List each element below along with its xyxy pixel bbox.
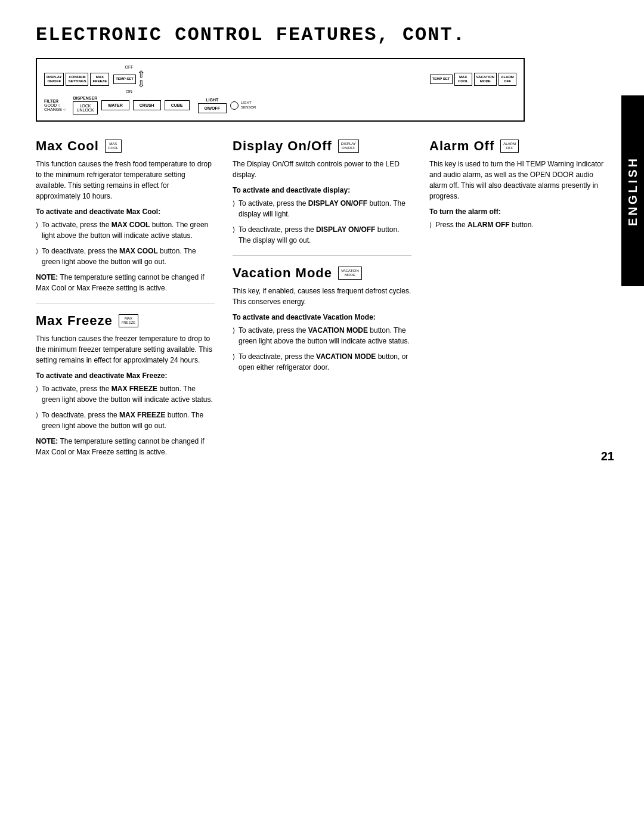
column-1: Max Cool MAXCOOL This function causes th… [36,138,215,457]
divider-1 [36,303,215,304]
bullet-arrow-7: ⟩ [233,326,235,336]
max-cool-bullet-2: ⟩ To deactivate, press the MAX COOL butt… [36,246,215,267]
panel-top-row: DISPLAYON/OFF CONFIRMSETTINGS MAXFREEZE … [44,65,516,94]
panel-bottom-row: FILTER GOOD ○ CHANGE ○ DISPENSER LOCKUNL… [44,96,516,114]
column-3: Alarm Off ALARMOFF This key is used to t… [429,138,608,457]
vacation-mode-body: This key, if enabled, causes less freque… [233,286,411,307]
panel-light-sensor: LIGHTSENSOR [230,101,256,109]
display-onoff-icon: DISPLAYON/OFF [338,140,359,153]
vacation-mode-section: Vacation Mode VACATIONMODE This key, if … [233,265,411,373]
control-panel-diagram: DISPLAYON/OFF CONFIRMSETTINGS MAXFREEZE … [36,58,525,122]
bullet-arrow-4: ⟩ [36,410,38,420]
alarm-off-activate-heading: To turn the alarm off: [429,208,608,216]
panel-temp-set-right-btn: TEMP SET [430,75,453,83]
display-onoff-activate-heading: To activate and deactivate display: [233,186,411,194]
display-onoff-bullet-2: ⟩ To deactivate, press the DISPLAY ON/OF… [233,224,411,246]
panel-water-btn: WATER [101,100,129,110]
display-onoff-header: Display On/Off DISPLAYON/OFF [233,138,411,154]
max-cool-note: NOTE: The temperature setting cannot be … [36,272,215,293]
display-onoff-section: Display On/Off DISPLAYON/OFF The Display… [233,138,411,246]
max-freeze-header: Max Freeze MAXFREEZE [36,313,215,329]
bullet-arrow-6: ⟩ [233,225,235,235]
max-cool-activate-heading: To activate and deactivate Max Cool: [36,208,215,216]
bullet-arrow-1: ⟩ [36,220,38,230]
main-content-grid: Max Cool MAXCOOL This function causes th… [36,138,608,457]
alarm-off-header: Alarm Off ALARMOFF [429,138,608,154]
panel-confirm-btn: CONFIRMSETTINGS [66,73,88,86]
display-onoff-bullet-2-text: To deactivate, press the DISPLAY ON/OFF … [239,224,411,246]
max-freeze-icon: MAXFREEZE [119,314,139,327]
alarm-off-title: Alarm Off [429,138,494,154]
vacation-mode-header: Vacation Mode VACATIONMODE [233,265,411,281]
vacation-mode-bullet-1-text: To activate, press the VACATION MODE but… [239,325,411,346]
max-cool-section: Max Cool MAXCOOL This function causes th… [36,138,215,293]
alarm-off-body: This key is used to turn the HI TEMP War… [429,159,608,202]
max-freeze-bullet-1: ⟩ To activate, press the MAX FREEZE butt… [36,383,215,405]
display-onoff-bullet-1-text: To activate, press the DISPLAY ON/OFF bu… [239,198,411,219]
max-freeze-note: NOTE: The temperature setting cannot be … [36,436,215,457]
bullet-arrow-8: ⟩ [233,352,235,362]
alarm-off-bullet-1-text: Press the ALARM OFF button. [435,219,608,230]
bullet-arrow-9: ⟩ [429,220,432,230]
column-2: Display On/Off DISPLAYON/OFF The Display… [233,138,411,457]
max-cool-body: This function causes the fresh food temp… [36,159,215,202]
panel-display-btn: DISPLAYON/OFF [44,73,64,86]
panel-vacation-mode-btn: VACATIONMODE [474,73,497,86]
max-cool-icon: MAXCOOL [105,140,122,153]
panel-light-onoff-btn: ON/OFF [198,103,227,113]
page-number: 21 [601,450,614,463]
vacation-mode-bullet-2: ⟩ To deactivate, press the VACATION MODE… [233,351,411,373]
max-freeze-bullet-2-text: To deactivate, press the MAX FREEZE butt… [42,410,215,431]
panel-light-group: LIGHT ON/OFF [198,98,227,113]
display-onoff-bullet-1: ⟩ To activate, press the DISPLAY ON/OFF … [233,198,411,219]
max-cool-bullet-2-text: To deactivate, press the MAX COOL button… [42,246,215,267]
max-freeze-bullet-2: ⟩ To deactivate, press the MAX FREEZE bu… [36,410,215,431]
side-label: ENGLISH [621,95,644,286]
display-onoff-title: Display On/Off [233,138,332,154]
panel-lock-btn: LOCKUNLOCK [73,101,98,114]
panel-alarm-off-btn: ALARMOFF [499,73,516,86]
vacation-mode-icon: VACATIONMODE [338,267,362,280]
bullet-arrow-5: ⟩ [233,199,235,209]
panel-crush-btn: CRUSH [133,100,161,110]
page-container: ENGLISH Electronic Control Features, Con… [0,0,644,481]
vacation-mode-bullet-2-text: To deactivate, press the VACATION MODE b… [239,351,411,373]
panel-filter: FILTER GOOD ○ CHANGE ○ [44,99,69,112]
vacation-mode-title: Vacation Mode [233,265,332,281]
panel-dispenser-group: DISPENSER LOCKUNLOCK [73,96,98,114]
panel-max-cool-btn: MAXCOOL [454,73,472,86]
bullet-arrow-2: ⟩ [36,246,38,256]
alarm-off-section: Alarm Off ALARMOFF This key is used to t… [429,138,608,230]
panel-temp-set-left-btn: TEMP SET [113,75,136,83]
max-freeze-title: Max Freeze [36,313,113,329]
max-freeze-bullet-1-text: To activate, press the MAX FREEZE button… [42,383,215,405]
page-title: Electronic Control Features, Cont. [36,24,608,46]
max-cool-header: Max Cool MAXCOOL [36,138,215,154]
alarm-off-bullet-1: ⟩ Press the ALARM OFF button. [429,219,608,230]
panel-cube-btn: CUBE [165,100,190,110]
display-onoff-body: The Display On/Off switch controls power… [233,159,411,180]
max-cool-title: Max Cool [36,138,99,154]
light-sensor-circle [230,101,239,110]
max-freeze-section: Max Freeze MAXFREEZE This function cause… [36,313,215,457]
max-freeze-activate-heading: To activate and deactivate Max Freeze: [36,371,215,380]
bullet-arrow-3: ⟩ [36,384,38,394]
alarm-off-icon: ALARMOFF [500,140,519,153]
max-freeze-body: This function causes the freezer tempera… [36,333,215,366]
divider-2 [233,255,411,256]
side-label-text: ENGLISH [626,156,640,226]
panel-max-freeze-btn: MAXFREEZE [90,73,109,86]
max-cool-bullet-1-text: To activate, press the MAX COOL button. … [42,219,215,241]
max-cool-bullet-1: ⟩ To activate, press the MAX COOL button… [36,219,215,241]
vacation-mode-activate-heading: To activate and deactivate Vacation Mode… [233,313,411,321]
vacation-mode-bullet-1: ⟩ To activate, press the VACATION MODE b… [233,325,411,346]
